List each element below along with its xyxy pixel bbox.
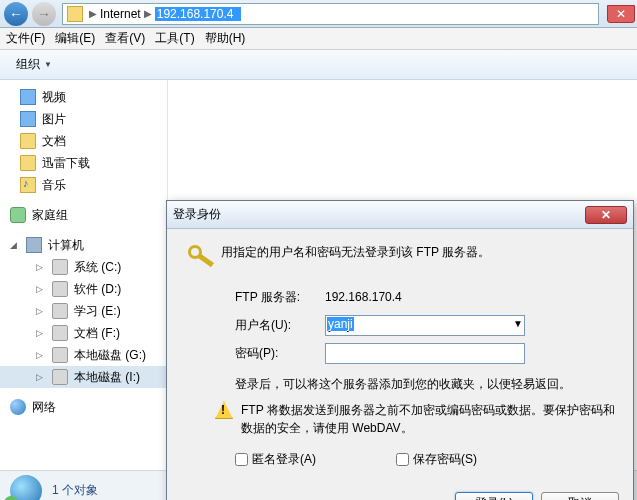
sidebar-label: 图片 xyxy=(42,111,66,128)
documents-icon xyxy=(20,133,36,149)
warning-icon xyxy=(215,401,233,419)
sidebar-label: 迅雷下载 xyxy=(42,155,90,172)
sidebar-label: 音乐 xyxy=(42,177,66,194)
dialog-message: 用指定的用户名和密码无法登录到该 FTP 服务器。 xyxy=(221,243,615,262)
chevron-down-icon: ▼ xyxy=(44,60,52,69)
expand-icon[interactable]: ▷ xyxy=(36,262,46,272)
chevron-down-icon[interactable]: ▼ xyxy=(513,318,523,329)
anonymous-checkbox-label[interactable]: 匿名登录(A) xyxy=(235,451,316,468)
music-icon xyxy=(20,177,36,193)
sidebar-item-drive-i[interactable]: ▷本地磁盘 (I:) xyxy=(0,366,167,388)
expand-icon[interactable]: ▷ xyxy=(36,284,46,294)
sidebar-item-xunlei[interactable]: 迅雷下载 xyxy=(0,152,167,174)
drive-icon xyxy=(52,347,68,363)
dialog-body: 用指定的用户名和密码无法登录到该 FTP 服务器。 FTP 服务器: 192.1… xyxy=(167,229,633,492)
sidebar-label: 软件 (D:) xyxy=(74,281,121,298)
drive-icon xyxy=(52,325,68,341)
save-password-checkbox[interactable] xyxy=(396,453,409,466)
username-combo[interactable]: yanji ▼ xyxy=(325,315,525,336)
nav-forward-button: → xyxy=(32,2,56,26)
username-row: 用户名(U): yanji ▼ xyxy=(235,313,615,337)
sidebar-label: 本地磁盘 (G:) xyxy=(74,347,146,364)
chevron-right-icon: ▶ xyxy=(144,8,152,19)
sidebar-label: 家庭组 xyxy=(32,207,68,224)
anon-text: 匿名登录(A) xyxy=(252,451,316,468)
sidebar-label: 学习 (E:) xyxy=(74,303,121,320)
chevron-right-icon: ▶ xyxy=(89,8,97,19)
expand-icon[interactable]: ◢ xyxy=(10,240,20,250)
checkbox-row: 匿名登录(A) 保存密码(S) xyxy=(235,451,615,468)
status-text: 1 个对象 xyxy=(52,482,98,499)
video-icon xyxy=(20,89,36,105)
sidebar-label: 本地磁盘 (I:) xyxy=(74,369,140,386)
dialog-close-button[interactable]: ✕ xyxy=(585,206,627,224)
sidebar-item-music[interactable]: 音乐 xyxy=(0,174,167,196)
computer-icon xyxy=(26,237,42,253)
breadcrumb-internet[interactable]: Internet xyxy=(100,7,141,21)
menu-file[interactable]: 文件(F) xyxy=(6,30,45,47)
folder-icon xyxy=(67,6,83,22)
password-label: 密码(P): xyxy=(235,345,325,362)
drive-icon xyxy=(52,369,68,385)
dialog-titlebar[interactable]: 登录身份 ✕ xyxy=(167,201,633,229)
sidebar-item-computer[interactable]: ◢计算机 xyxy=(0,234,167,256)
expand-icon[interactable]: ▷ xyxy=(36,328,46,338)
expand-icon[interactable]: ▷ xyxy=(36,372,46,382)
dialog-title: 登录身份 xyxy=(173,206,221,223)
key-icon xyxy=(188,245,218,275)
network-icon xyxy=(10,399,26,415)
nav-back-button[interactable]: ← xyxy=(4,2,28,26)
menu-view[interactable]: 查看(V) xyxy=(105,30,145,47)
window-close-button[interactable]: ✕ xyxy=(607,5,635,23)
pictures-icon xyxy=(20,111,36,127)
sidebar-item-drive-f[interactable]: ▷文档 (F:) xyxy=(0,322,167,344)
warning-text: FTP 将数据发送到服务器之前不加密或编码密码或数据。要保护密码和数据的安全，请… xyxy=(241,401,615,437)
save-text: 保存密码(S) xyxy=(413,451,477,468)
drive-icon xyxy=(52,281,68,297)
menu-help[interactable]: 帮助(H) xyxy=(205,30,246,47)
folder-icon xyxy=(20,155,36,171)
sidebar-label: 系统 (C:) xyxy=(74,259,121,276)
sidebar-item-network[interactable]: 网络 xyxy=(0,396,167,418)
sidebar-item-drive-g[interactable]: ▷本地磁盘 (G:) xyxy=(0,344,167,366)
menu-edit[interactable]: 编辑(E) xyxy=(55,30,95,47)
sidebar-item-drive-d[interactable]: ▷软件 (D:) xyxy=(0,278,167,300)
password-row: 密码(P): xyxy=(235,341,615,365)
breadcrumb-host[interactable]: 192.168.170.4 xyxy=(155,7,242,21)
save-password-checkbox-label[interactable]: 保存密码(S) xyxy=(396,451,477,468)
server-value: 192.168.170.4 xyxy=(325,290,615,304)
address-bar[interactable]: ▶ Internet ▶ 192.168.170.4 xyxy=(62,3,599,25)
username-label: 用户名(U): xyxy=(235,317,325,334)
sidebar: 视频 图片 文档 迅雷下载 音乐 家庭组 ◢计算机 ▷系统 (C:) ▷软件 (… xyxy=(0,80,168,470)
homegroup-icon xyxy=(10,207,26,223)
anonymous-checkbox[interactable] xyxy=(235,453,248,466)
sidebar-item-drive-c[interactable]: ▷系统 (C:) xyxy=(0,256,167,278)
drive-icon xyxy=(52,303,68,319)
expand-icon[interactable]: ▷ xyxy=(36,306,46,316)
sidebar-item-drive-e[interactable]: ▷学习 (E:) xyxy=(0,300,167,322)
key-icon-container xyxy=(185,243,221,275)
menu-bar: 文件(F) 编辑(E) 查看(V) 工具(T) 帮助(H) xyxy=(0,28,637,50)
sidebar-item-video[interactable]: 视频 xyxy=(0,86,167,108)
dialog-buttons: 登录(L) 取消 xyxy=(167,492,633,500)
sidebar-item-pictures[interactable]: 图片 xyxy=(0,108,167,130)
titlebar: ← → ▶ Internet ▶ 192.168.170.4 ✕ xyxy=(0,0,637,28)
username-selection: yanji xyxy=(327,317,354,331)
login-button[interactable]: 登录(L) xyxy=(455,492,533,500)
warning-row: FTP 将数据发送到服务器之前不加密或编码密码或数据。要保护密码和数据的安全，请… xyxy=(215,401,615,437)
dialog-note: 登录后，可以将这个服务器添加到您的收藏夹，以便轻易返回。 xyxy=(235,375,615,393)
organize-label: 组织 xyxy=(16,56,40,73)
cancel-button[interactable]: 取消 xyxy=(541,492,619,500)
sidebar-label: 文档 (F:) xyxy=(74,325,120,342)
username-input[interactable] xyxy=(325,315,525,336)
sidebar-item-homegroup[interactable]: 家庭组 xyxy=(0,204,167,226)
expand-icon[interactable]: ▷ xyxy=(36,350,46,360)
globe-icon xyxy=(10,475,42,501)
organize-button[interactable]: 组织 ▼ xyxy=(8,53,60,76)
menu-tools[interactable]: 工具(T) xyxy=(155,30,194,47)
password-input[interactable] xyxy=(325,343,525,364)
sidebar-label: 视频 xyxy=(42,89,66,106)
sidebar-item-documents[interactable]: 文档 xyxy=(0,130,167,152)
drive-icon xyxy=(52,259,68,275)
toolbar: 组织 ▼ xyxy=(0,50,637,80)
